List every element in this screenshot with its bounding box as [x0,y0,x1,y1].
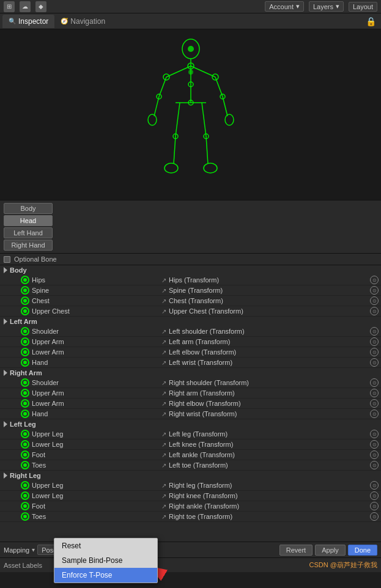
bone-label-la-shoulder: Shoulder [32,328,59,335]
circle-btn-ra-hand[interactable]: ⊙ [370,410,379,418]
btn-body[interactable]: Body [4,203,53,214]
bone-row-ra-lowerarm: Lower Arm ↗ Right elbow (Transform) ⊙ [0,399,381,409]
circle-btn-ra-shoulder[interactable]: ⊙ [370,378,379,387]
bone-row-rl-foot: Foot ↗ Right ankle (Transform) ⊙ [0,501,381,512]
section-left-arm[interactable]: Left Arm [0,317,381,326]
menu-item-sample[interactable]: Sample Bind-Pose [54,553,157,568]
main-content: 🔍 Inspector 🧭 Navigation 🔒 [0,13,381,572]
bone-icon-la-hand [21,358,29,367]
bone-label-ra-lowerarm: Lower Arm [32,400,64,407]
circle-btn-la-lowerarm[interactable]: ⊙ [370,348,379,356]
avatar-figure [136,35,246,194]
svg-line-2 [166,66,191,77]
bone-icon-ll-foot [21,450,29,459]
circle-btn-rl-toes[interactable]: ⊙ [370,512,379,521]
bone-row-la-shoulder: Shoulder ↗ Left shoulder (Transform) ⊙ [0,326,381,337]
layers-dropdown[interactable]: Layers▾ [309,1,344,12]
menu-item-enforce[interactable]: Enforce T-Pose [54,568,157,582]
optional-bone-checkbox[interactable] [4,256,10,263]
top-bar-right: Account▾ Layers▾ Layout [265,1,377,12]
svg-point-27 [188,46,194,52]
bone-icon-la-lowerarm [21,348,29,356]
section-body-label: Body [10,266,27,274]
bone-icon-ll-upperleg [21,430,29,438]
bone-row-ll-upperleg: Upper Leg ↗ Left leg (Transform) ⊙ [0,429,381,439]
layout-dropdown[interactable]: Layout [349,2,377,12]
transform-rl-toes: Right toe (Transform) [169,513,368,520]
bone-label-ll-upperleg: Upper Leg [32,430,63,438]
bone-row-ra-hand: Hand ↗ Right wrist (Transform) ⊙ [0,409,381,419]
tab-navigation[interactable]: 🧭 Navigation [54,15,111,28]
lock-icon[interactable]: 🔒 [366,17,379,26]
transform-ll-toes: Left toe (Transform) [169,461,368,469]
bone-row-rl-toes: Toes ↗ Right toe (Transform) ⊙ [0,512,381,522]
bone-icon-la-upperarm [21,337,29,346]
triangle-left-leg [4,421,7,427]
circle-btn-la-shoulder[interactable]: ⊙ [370,327,379,336]
bone-label-chest: Chest [32,297,50,304]
mapping-label: Mapping [4,546,29,554]
transform-la-lowerarm: Left elbow (Transform) [169,348,368,356]
bone-row-ll-toes: Toes ↗ Left toe (Transform) ⊙ [0,460,381,471]
quick-buttons: Body Head Left Hand Right Hand [0,200,381,254]
apply-button[interactable]: Apply [315,545,346,556]
transform-ll-upperleg: Left leg (Transform) [169,430,368,438]
bone-label-ra-upperarm: Upper Arm [32,389,64,397]
bone-row-spine: Spine ↗ Spine (Transform) ⊙ [0,285,381,296]
top-bar-icons: ⊞ ☁ ◆ [4,1,265,12]
svg-point-11 [225,114,234,125]
section-body[interactable]: Body [0,265,381,275]
circle-btn-ll-lowerleg[interactable]: ⊙ [370,440,379,449]
done-button[interactable]: Done [348,545,377,556]
btn-lefthand[interactable]: Left Hand [4,227,53,238]
triangle-right-arm [4,370,7,376]
svg-line-13 [174,136,176,164]
circle-btn-spine[interactable]: ⊙ [370,286,379,295]
svg-line-16 [206,136,208,164]
menu-item-reset[interactable]: Reset [54,538,157,553]
transform-spine: Spine (Transform) [169,287,368,294]
tab-inspector[interactable]: 🔍 Inspector [2,15,54,28]
transform-ra-shoulder: Right shoulder (Transform) [169,379,368,386]
circle-btn-upperchest[interactable]: ⊙ [370,307,379,315]
circle-btn-ra-lowerarm[interactable]: ⊙ [370,399,379,408]
circle-btn-la-upperarm[interactable]: ⊙ [370,337,379,346]
circle-btn-ll-foot[interactable]: ⊙ [370,450,379,459]
circle-btn-chest[interactable]: ⊙ [370,296,379,305]
section-right-arm[interactable]: Right Arm [0,368,381,378]
circle-btn-ll-toes[interactable]: ⊙ [370,461,379,469]
bone-row-hips: Hips ↗ Hips (Transform) ⊙ [0,275,381,285]
circle-btn-la-hand[interactable]: ⊙ [370,358,379,367]
icon-grid[interactable]: ⊞ [4,1,15,12]
section-right-leg[interactable]: Right Leg [0,471,381,480]
circle-btn-ll-upperleg[interactable]: ⊙ [370,430,379,438]
btn-head[interactable]: Head [4,215,53,226]
circle-btn-rl-foot[interactable]: ⊙ [370,502,379,510]
transform-ll-foot: Left ankle (Transform) [169,451,368,458]
bone-label-rl-foot: Foot [32,502,45,510]
circle-btn-ra-upperarm[interactable]: ⊙ [370,389,379,397]
transform-ra-lowerarm: Right elbow (Transform) [169,400,368,407]
bone-label-rl-toes: Toes [32,513,46,520]
icon-diamond[interactable]: ◆ [35,1,46,12]
svg-line-12 [176,103,180,136]
section-right-leg-label: Right Leg [10,472,41,479]
bone-icon-spine [21,286,29,295]
account-dropdown[interactable]: Account▾ [265,1,304,12]
bone-icon-ra-lowerarm [21,399,29,408]
bone-icon-ll-lowerleg [21,440,29,449]
circle-btn-rl-upperleg[interactable]: ⊙ [370,481,379,490]
revert-button[interactable]: Revert [279,545,313,556]
circle-btn-rl-lowerleg[interactable]: ⊙ [370,491,379,500]
bone-label-ll-toes: Toes [32,461,46,469]
bone-icon-upperchest [21,307,29,315]
icon-cloud[interactable]: ☁ [20,1,31,12]
transform-ll-lowerleg: Left knee (Transform) [169,441,368,448]
bone-label-la-lowerarm: Lower Arm [32,348,64,356]
btn-righthand[interactable]: Right Hand [4,240,53,251]
bone-icon-rl-toes [21,512,29,521]
bone-label-ll-lowerleg: Lower Leg [32,441,63,448]
circle-btn-hips[interactable]: ⊙ [370,276,379,284]
svg-point-17 [204,163,217,173]
section-left-leg[interactable]: Left Leg [0,419,381,429]
